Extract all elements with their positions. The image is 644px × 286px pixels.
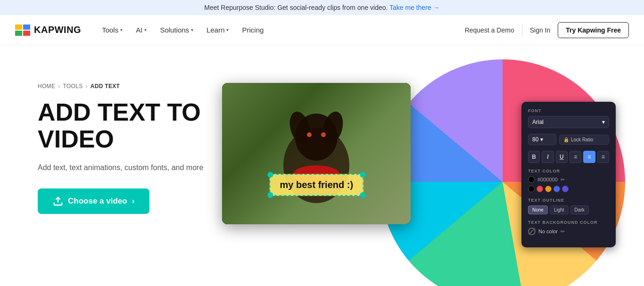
chevron-down-icon: ▾ (191, 27, 193, 33)
cta-label: Choose a video (68, 196, 127, 206)
banner-text: Meet Repurpose Studio: Get social-ready … (204, 4, 388, 11)
color-swatches (528, 186, 609, 192)
font-size-input[interactable]: 80 ▾ (528, 134, 556, 145)
logo-icon (15, 25, 30, 36)
cta-arrow: › (132, 196, 135, 206)
editor-video-area: my best friend :) (222, 83, 411, 224)
promo-banner: Meet Repurpose Studio: Get social-ready … (0, 0, 644, 15)
outline-none-button[interactable]: None (528, 205, 548, 214)
logo-text: KAPWING (34, 25, 81, 35)
breadcrumb-separator: › (85, 83, 87, 90)
resize-handle-bl[interactable] (267, 192, 273, 198)
align-center-button[interactable]: ≡ (583, 151, 595, 163)
sign-in-button[interactable]: Sign In (530, 26, 551, 34)
edit-color-icon[interactable]: ✏ (561, 177, 565, 183)
color-preview: #000000 ✏ (528, 176, 609, 183)
text-bg-label: TEXT BACKGROUND COLOR (528, 220, 609, 225)
breadcrumb-separator: › (58, 83, 60, 90)
hero-section: HOME › TOOLS › ADD TEXT ADD TEXT TO VIDE… (0, 45, 644, 286)
align-right-button[interactable]: ≡ (597, 151, 609, 163)
outline-light-button[interactable]: Light (550, 205, 569, 214)
hero-title: ADD TEXT TO VIDEO (38, 99, 203, 153)
breadcrumb: HOME › TOOLS › ADD TEXT (38, 83, 203, 90)
resize-handle-tl[interactable] (267, 172, 273, 178)
breadcrumb-home[interactable]: HOME (38, 83, 55, 90)
size-section: 80 ▾ 🔒 Lock Ratio (528, 134, 609, 145)
text-outline-section: TEXT OUTLINE None Light Dark (528, 198, 609, 214)
swatch-blue[interactable] (553, 186, 560, 192)
italic-button[interactable]: I (542, 151, 553, 163)
breadcrumb-current: ADD TEXT (91, 83, 120, 90)
no-color-text: No color (538, 229, 558, 234)
editor-panel: FONT Arial ▾ 80 ▾ 🔒 Lock Ratio (521, 102, 616, 247)
try-free-button[interactable]: Try Kapwing Free (558, 22, 629, 38)
text-bg-section: TEXT BACKGROUND COLOR No color ✏ (528, 220, 609, 235)
bold-button[interactable]: B (528, 151, 540, 163)
font-label: FONT (528, 108, 609, 113)
font-section: FONT Arial ▾ (528, 108, 609, 128)
chevron-down-icon: ▾ (540, 136, 543, 143)
nav-item-solutions[interactable]: Solutions ▾ (154, 22, 199, 38)
nav-item-ai[interactable]: AI ▾ (130, 22, 152, 38)
chevron-down-icon: ▾ (120, 27, 123, 33)
text-outline-label: TEXT OUTLINE (528, 198, 609, 203)
resize-handle-br[interactable] (360, 192, 365, 198)
text-color-label: TEXT COLOR (528, 169, 609, 173)
resize-handle-tr[interactable] (360, 172, 365, 178)
font-select[interactable]: Arial ▾ (528, 116, 609, 128)
svg-point-5 (307, 132, 312, 137)
swatch-purple[interactable] (562, 186, 569, 192)
no-color-icon (528, 228, 536, 235)
nav-right: Request a Demo Sign In Try Kapwing Free (465, 22, 629, 38)
text-color-section: TEXT COLOR #000000 ✏ (528, 169, 609, 192)
nav-divider (522, 24, 522, 37)
request-demo-button[interactable]: Request a Demo (465, 26, 514, 34)
upload-icon (53, 196, 63, 206)
logo-link[interactable]: KAPWING (15, 25, 81, 36)
hero-visual: my best friend :) FONT Arial ▾ (203, 74, 606, 286)
format-section: B I U ≡ ≡ ≡ (528, 151, 609, 163)
chevron-down-icon: ▾ (144, 27, 147, 33)
lock-ratio-button[interactable]: 🔒 Lock Ratio (559, 135, 609, 145)
banner-link[interactable]: Take me there → (389, 4, 440, 11)
navigation: KAPWING Tools ▾ AI ▾ Solutions ▾ Learn ▾… (0, 15, 644, 45)
edit-bg-color-icon[interactable]: ✏ (561, 229, 565, 235)
nav-item-pricing[interactable]: Pricing (236, 22, 269, 38)
nav-item-tools[interactable]: Tools ▾ (96, 22, 128, 38)
hero-content: HOME › TOOLS › ADD TEXT ADD TEXT TO VIDE… (38, 74, 203, 214)
swatch-red[interactable] (537, 186, 543, 192)
hero-description: Add text, text animations, custom fonts,… (38, 162, 203, 173)
text-overlay-container: my best friend :) (269, 188, 363, 210)
nav-item-learn[interactable]: Learn ▾ (201, 22, 234, 38)
editor-window: my best friend :) (222, 83, 411, 224)
nav-links: Tools ▾ AI ▾ Solutions ▾ Learn ▾ Pricing (96, 22, 464, 38)
chevron-down-icon: ▾ (602, 119, 605, 125)
align-left-button[interactable]: ≡ (570, 151, 581, 163)
outline-dark-button[interactable]: Dark (570, 205, 589, 214)
chevron-down-icon: ▾ (226, 27, 229, 33)
lock-icon: 🔒 (563, 137, 569, 142)
swatch-orange[interactable] (545, 186, 552, 192)
svg-point-6 (321, 132, 326, 137)
text-overlay: my best friend :) (269, 174, 363, 196)
swatch-black[interactable] (528, 186, 535, 192)
choose-video-button[interactable]: Choose a video › (38, 188, 149, 214)
breadcrumb-tools[interactable]: TOOLS (63, 83, 83, 90)
color-hex-value: #000000 (537, 177, 558, 182)
color-swatch-main[interactable] (528, 176, 535, 183)
underline-button[interactable]: U (556, 151, 568, 163)
